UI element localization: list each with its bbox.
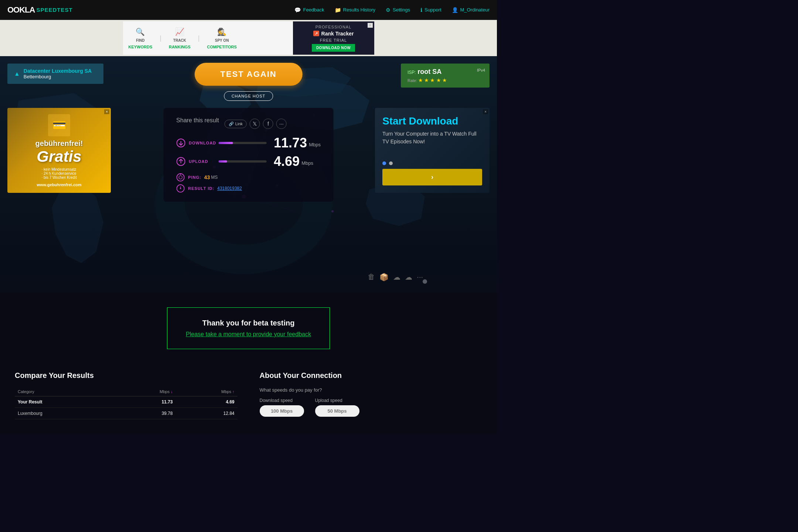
nav-results-history[interactable]: 📁 Results History (335, 7, 375, 13)
main-area: ▲ Datacenter Luxembourg SA Bettembourg I… (0, 56, 497, 293)
upload-speed-input[interactable] (315, 405, 359, 417)
svg-point-21 (180, 188, 181, 189)
compare-table-header: Category Mbps ↓ Mbps ↑ (15, 387, 238, 396)
up-arrow-icon: ↑ (232, 389, 235, 394)
change-host-button[interactable]: CHANGE HOST (224, 91, 273, 101)
right-ad-close-button[interactable]: × (483, 109, 488, 114)
left-ad-url[interactable]: www.gebuhrenfrei.com (37, 183, 81, 187)
logo-ookla: OOKLA (7, 5, 35, 15)
result-id-link[interactable]: 4318019382 (217, 186, 242, 191)
star3: ★ (430, 77, 435, 83)
test-again-button[interactable]: TEST AGAIN (194, 63, 302, 86)
trending-icon: 📈 (175, 27, 184, 36)
datacenter-box: ▲ Datacenter Luxembourg SA Bettembourg (7, 64, 103, 84)
rank-icon: ↗ (313, 31, 319, 36)
nav-user[interactable]: 👤 M_Ordinateur (452, 7, 490, 13)
facebook-share-button[interactable]: f (263, 119, 273, 129)
compare-table-body: Your Result 11.73 4.69 Luxembourg 39.78 … (15, 396, 238, 419)
compare-table: Category Mbps ↓ Mbps ↑ Your Result 11.73… (15, 387, 238, 419)
isp-box: IPv4 ISP: root SA Rate: ★ ★ ★ ★ ★ (401, 64, 490, 88)
download-icon (176, 139, 185, 147)
compare-section: Compare Your Results Category Mbps ↓ Mbp… (0, 364, 497, 434)
datacenter-info: Datacenter Luxembourg SA Bettembourg (24, 68, 92, 79)
storage-icons: 🗑 📦 ☁ ☁ ··· (368, 273, 423, 282)
nav-feedback[interactable]: 💬 Feedback (294, 7, 324, 13)
star5: ★ (442, 77, 447, 83)
ad-close-button[interactable]: × (368, 23, 373, 28)
more-options-icon[interactable]: ··· (417, 273, 423, 282)
logo-speedtest: SPEEDTEST (36, 7, 72, 13)
twitter-share-button[interactable]: 𝕏 (250, 119, 260, 129)
link-icon: 🔗 (229, 122, 234, 126)
upload-icon (176, 157, 185, 166)
download-bar-container (218, 142, 266, 144)
ad-feature-track: 📈 TRACK RANKINGS (169, 27, 191, 49)
ad-feature-find: 🔍 FIND KEYWORDS (129, 27, 153, 49)
star1: ★ (418, 77, 423, 83)
link-share-button[interactable]: 🔗 Link (225, 120, 247, 128)
nav-settings[interactable]: ⚙ Settings (386, 7, 410, 13)
ad-download-button[interactable]: DOWNLOAD NOW (312, 44, 355, 52)
svg-point-13 (423, 279, 427, 284)
ping-icon (176, 173, 184, 181)
ad-banner: 🔍 FIND KEYWORDS | 📈 TRACK RANKINGS | 🕵 S… (123, 21, 374, 55)
svg-point-18 (178, 175, 182, 179)
dropbox-icon: 📦 (379, 273, 389, 282)
down-arrow-icon: ↓ (171, 389, 173, 394)
results-panel: Share this result 🔗 Link 𝕏 f ··· (163, 108, 334, 202)
left-ad-features: · kein Mindestumsatz · 24 h Kundenservic… (42, 167, 77, 180)
more-icon: ··· (279, 121, 284, 127)
table-row: Your Result 11.73 4.69 (15, 396, 238, 408)
right-ad-download-button[interactable]: › (382, 169, 482, 185)
left-ad-big-text: Gratis (37, 148, 81, 166)
download-speed-input[interactable] (260, 405, 304, 417)
datacenter-icon: ▲ (14, 71, 20, 77)
ad-divider2: | (198, 34, 200, 42)
twitter-icon: 𝕏 (253, 121, 257, 127)
result-id-row: RESULT ID: 4318019382 (176, 184, 321, 192)
logo: OOKLA SPEEDTEST (7, 5, 73, 15)
more-share-button[interactable]: ··· (276, 119, 287, 129)
ping-value: 43 (204, 174, 210, 180)
right-ad-carousel-dots (382, 161, 482, 165)
upload-speed-group: Upload speed (315, 398, 359, 417)
thank-you-box: Thank you for beta testing Please take a… (167, 307, 330, 349)
nav-support[interactable]: ℹ Support (420, 7, 441, 13)
header: OOKLA SPEEDTEST 💬 Feedback 📁 Results His… (0, 0, 497, 20)
download-speed-group: Download speed (260, 398, 304, 417)
left-ad-close-button[interactable]: × (104, 109, 109, 114)
ad-features: 🔍 FIND KEYWORDS | 📈 TRACK RANKINGS | 🕵 S… (123, 27, 293, 49)
share-buttons: 🔗 Link 𝕏 f ··· (225, 119, 287, 129)
upload-bar (218, 160, 227, 163)
download-speed-label: Download speed (260, 398, 304, 403)
rank-tracker-logo: ↗ Rank Tracker (313, 31, 354, 37)
left-ad: × 💳 gebührenfrei! Gratis · kein Mindestu… (7, 108, 111, 193)
settings-icon: ⚙ (386, 7, 391, 13)
mbps-up-header: Mbps ↑ (175, 387, 237, 396)
facebook-icon: f (267, 121, 269, 127)
thank-you-title: Thank you for beta testing (186, 319, 311, 327)
spy-icon: 🕵 (217, 27, 226, 36)
download-bar (218, 142, 233, 144)
carousel-dot-2[interactable] (389, 161, 393, 165)
cloud-icon1: ☁ (393, 273, 400, 282)
table-row: Luxembourg 39.78 12.84 (15, 408, 238, 419)
user-icon: 👤 (452, 7, 458, 13)
left-ad-card-icon: 💳 (48, 114, 70, 136)
share-title: Share this result (176, 117, 219, 124)
feedback-icon: 💬 (294, 7, 301, 13)
carousel-dot-1[interactable] (382, 161, 386, 165)
download-value: 11.73 (274, 136, 307, 150)
ad-rank-tracker: PROFESSIONAL ↗ Rank Tracker FREE TRIAL D… (293, 21, 374, 55)
right-ad-title: Start Download (382, 115, 482, 127)
ping-unit: MS (211, 175, 218, 180)
download-unit: Mbps (309, 142, 321, 150)
trash-icon: 🗑 (368, 273, 375, 282)
main-nav: 💬 Feedback 📁 Results History ⚙ Settings … (294, 7, 490, 13)
right-ad-subtitle: Turn Your Computer into a TV Watch Full … (382, 130, 482, 158)
connection-question: What speeds do you pay for? (260, 387, 482, 393)
upload-value: 4.69 (274, 155, 300, 168)
category-header: Category (15, 387, 114, 396)
speed-inputs: Download speed Upload speed (260, 398, 482, 417)
thank-you-feedback-link[interactable]: Please take a moment to provide your fee… (186, 331, 311, 338)
